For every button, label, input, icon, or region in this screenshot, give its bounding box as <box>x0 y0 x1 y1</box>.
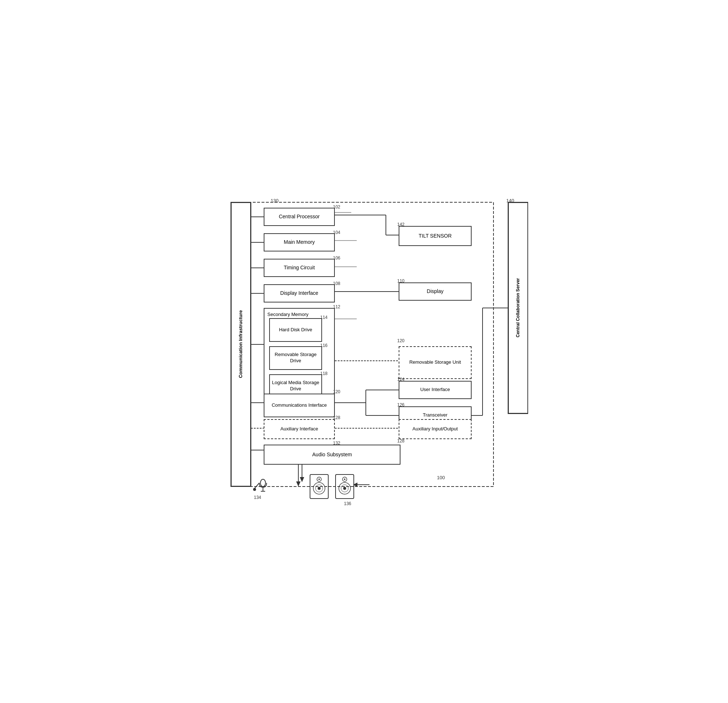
ref-128b: 128 <box>397 438 404 444</box>
logical-media-storage-drive-label: Logical Media Storage Drive <box>272 380 320 392</box>
page-container: Communication Infrastructure Central Col… <box>200 195 528 509</box>
svg-marker-51 <box>353 483 357 487</box>
display-box: Display <box>399 282 472 301</box>
main-memory-label: Main Memory <box>284 239 315 245</box>
svg-rect-42 <box>335 474 354 498</box>
display-interface-label: Display Interface <box>280 290 318 296</box>
speaker-right-icon <box>335 474 355 501</box>
ref-106: 106 <box>333 255 340 261</box>
ref-130: 130 <box>271 198 279 203</box>
tilt-sensor-box: TILT SENSOR <box>399 226 472 246</box>
removable-storage-unit-box: Removable Storage Unit <box>399 346 472 379</box>
ref-102: 102 <box>333 205 340 210</box>
transceiver-label: Transceiver <box>423 412 447 418</box>
ref-132: 132 <box>333 441 340 446</box>
hard-disk-drive-label: Hard Disk Drive <box>279 327 312 333</box>
ref-126: 126 <box>397 402 404 408</box>
removable-storage-drive-box: Removable Storage Drive <box>269 346 322 370</box>
ref-116: 116 <box>320 343 328 348</box>
svg-point-35 <box>253 488 256 491</box>
ref-136: 136 <box>344 501 351 506</box>
collab-server-bar: Central Collaboration Server <box>508 202 528 413</box>
svg-rect-36 <box>310 474 328 498</box>
tilt-sensor-label: TILT SENSOR <box>419 232 452 239</box>
timing-circuit-label: Timing Circuit <box>284 264 315 271</box>
ref-108: 108 <box>333 281 340 286</box>
comm-infra-bar: Communication Infrastructure <box>231 202 251 487</box>
svg-point-44 <box>344 478 345 480</box>
communications-interface-label: Communications Interface <box>272 402 327 409</box>
ref-142: 142 <box>397 222 404 227</box>
removable-storage-unit-label: Removable Storage Unit <box>409 359 461 366</box>
ref-118: 118 <box>320 371 328 376</box>
display-label: Display <box>427 288 443 294</box>
ref-110: 110 <box>397 278 404 284</box>
ref-134: 134 <box>254 495 261 500</box>
timing-circuit-box: Timing Circuit <box>264 259 335 277</box>
speaker-arrow <box>353 481 371 488</box>
speaker-left-icon <box>309 474 329 501</box>
ref-140: 140 <box>506 198 514 203</box>
svg-point-38 <box>318 478 320 480</box>
svg-marker-49 <box>300 477 304 482</box>
auxiliary-io-box: Auxiliary Input/Output <box>399 419 472 439</box>
ref-124: 124 <box>397 377 404 382</box>
central-processor-label: Central Processor <box>279 213 319 220</box>
auxiliary-io-label: Auxiliary Input/Output <box>413 426 458 432</box>
ref-104: 104 <box>333 230 340 235</box>
auxiliary-interface-box: Auxiliary Interface <box>264 419 335 439</box>
ref-128: 128 <box>333 415 340 420</box>
ref-112: 112 <box>333 304 340 310</box>
audio-subsystem-box: Audio Subsystem <box>264 445 400 465</box>
removable-storage-drive-label: Removable Storage Drive <box>272 352 320 364</box>
diagram-wrapper: Communication Infrastructure Central Col… <box>200 195 528 509</box>
ref-120: 120 <box>397 338 404 343</box>
svg-point-41 <box>318 487 321 490</box>
ref-114: 114 <box>320 315 328 320</box>
collab-server-label: Central Collaboration Server <box>516 278 521 337</box>
audio-arrow <box>298 465 306 483</box>
central-processor-box: Central Processor <box>264 208 335 226</box>
display-interface-box: Display Interface <box>264 284 335 303</box>
svg-line-34 <box>254 483 259 488</box>
audio-subsystem-label: Audio Subsystem <box>312 451 352 458</box>
user-interface-box: User Interface <box>399 381 472 399</box>
user-interface-label: User Interface <box>420 387 450 393</box>
svg-point-47 <box>343 487 346 490</box>
ref-100: 100 <box>437 475 445 480</box>
main-memory-box: Main Memory <box>264 233 335 251</box>
auxiliary-interface-label: Auxiliary Interface <box>280 426 318 432</box>
hard-disk-drive-box: Hard Disk Drive <box>269 318 322 342</box>
microphone-icon <box>253 477 267 495</box>
comm-infra-label: Communication Infrastructure <box>238 310 244 378</box>
secondary-memory-label: Secondary Memory <box>267 311 309 318</box>
svg-point-31 <box>260 479 266 487</box>
ref-120b: 120 <box>333 389 340 394</box>
communications-interface-box: Communications Interface <box>264 393 335 417</box>
